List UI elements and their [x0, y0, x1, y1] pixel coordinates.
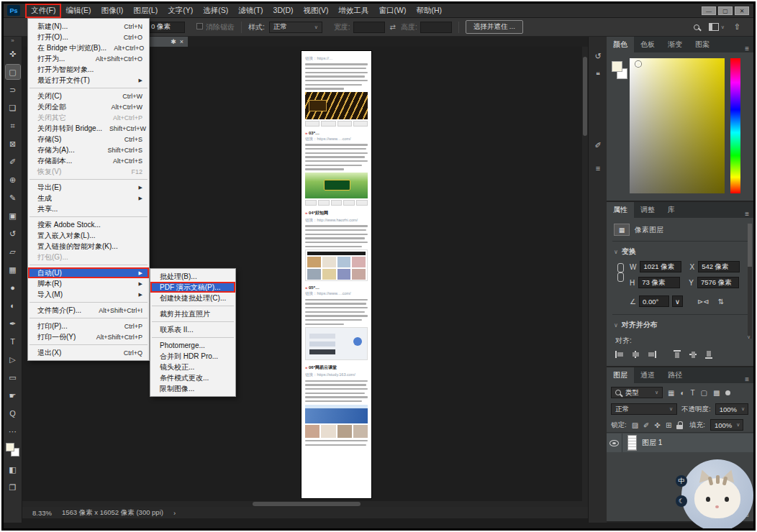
- tool-preset-icon[interactable]: ✐: [589, 141, 607, 150]
- height-input[interactable]: [420, 22, 452, 33]
- align-top-icon[interactable]: [673, 350, 682, 359]
- menu-item-导入(M)[interactable]: 导入(M)▶: [28, 289, 149, 300]
- quick-mask-button[interactable]: ◧: [6, 462, 20, 477]
- tab-颜色[interactable]: 颜色: [607, 37, 634, 52]
- menu-编辑(E)[interactable]: 编辑(E): [60, 4, 96, 17]
- fill-input[interactable]: 100%∨: [710, 419, 743, 431]
- collapse-section-icon[interactable]: ∨: [614, 322, 618, 329]
- maximize-button[interactable]: ▢: [718, 6, 733, 15]
- tab-调整[interactable]: 调整: [634, 202, 661, 218]
- panel-list-icon[interactable]: ≡: [589, 164, 607, 173]
- menu-item-退出(X)[interactable]: 退出(X)Ctrl+Q: [28, 347, 149, 358]
- comment-icon[interactable]: ❝: [589, 70, 607, 80]
- visibility-toggle[interactable]: [607, 434, 622, 452]
- clone-stamp-tool[interactable]: ▣: [6, 208, 20, 223]
- hand-tool[interactable]: ☛: [6, 388, 20, 403]
- tab-渐变[interactable]: 渐变: [661, 37, 689, 52]
- color-field[interactable]: [630, 58, 725, 193]
- menu-选择(S)[interactable]: 选择(S): [198, 4, 233, 17]
- tab-色板[interactable]: 色板: [634, 37, 661, 52]
- rotation-input[interactable]: 0.00°: [639, 295, 669, 307]
- select-and-mask-button[interactable]: 选择并遮住 ...: [466, 20, 523, 34]
- move-tool[interactable]: ✜: [6, 47, 20, 61]
- layer-thumbnail[interactable]: [627, 435, 637, 451]
- filter-shape-icon[interactable]: ▢: [701, 389, 707, 397]
- dodge-tool[interactable]: ◐: [6, 298, 20, 313]
- tab-库[interactable]: 库: [661, 202, 681, 218]
- lock-pixels-icon[interactable]: ✐: [643, 421, 649, 429]
- swap-dimensions-icon[interactable]: ⇄: [390, 23, 396, 31]
- menu-item-联系表 II...[interactable]: 联系表 II...: [150, 324, 235, 335]
- collapse-tools-icon[interactable]: »: [11, 37, 14, 45]
- menu-帮助(H)[interactable]: 帮助(H): [412, 4, 448, 17]
- menu-item-合并到 HDR Pro...[interactable]: 合并到 HDR Pro...: [150, 351, 235, 362]
- gradient-tool[interactable]: ▦: [6, 262, 20, 277]
- chevron-down-icon[interactable]: ∨: [672, 295, 683, 307]
- panel-menu-icon[interactable]: ≡: [745, 45, 749, 52]
- menu-item-共享...[interactable]: 共享...: [28, 203, 149, 214]
- menu-item-关闭并转到 Bridge...[interactable]: 关闭并转到 Bridge...Shift+Ctrl+W: [28, 123, 149, 134]
- spot-healing-brush-tool[interactable]: ⊕: [6, 173, 20, 187]
- menu-滤镜(T)[interactable]: 滤镜(T): [233, 4, 268, 17]
- menu-item-存储为(A)...[interactable]: 存储为(A)...Shift+Ctrl+S: [28, 145, 149, 155]
- link-dimensions-icon[interactable]: [616, 262, 625, 283]
- style-select[interactable]: 正常∨: [269, 22, 322, 33]
- menu-item-置入嵌入对象(L)...[interactable]: 置入嵌入对象(L)...: [28, 230, 149, 241]
- pen-tool[interactable]: ✒: [6, 316, 20, 331]
- menu-item-存储副本...[interactable]: 存储副本...Alt+Ctrl+S: [28, 155, 149, 166]
- layer-name[interactable]: 图层 1: [642, 438, 662, 448]
- status-expand-icon[interactable]: ›: [173, 509, 176, 517]
- menu-图层(L)[interactable]: 图层(L): [128, 4, 163, 17]
- tab-属性[interactable]: 属性: [607, 202, 634, 218]
- menu-视图(V)[interactable]: 视图(V): [299, 4, 334, 17]
- screen-mode-button[interactable]: ❐: [6, 480, 20, 495]
- align-center-v-icon[interactable]: [689, 350, 698, 359]
- more-tools[interactable]: ⋯: [6, 424, 20, 439]
- menu-item-关闭全部[interactable]: 关闭全部Alt+Ctrl+W: [28, 101, 149, 112]
- moon-icon[interactable]: ☾: [676, 495, 687, 507]
- panel-scrollbar[interactable]: [748, 224, 752, 339]
- menu-item-镜头校正...[interactable]: 镜头校正...: [150, 362, 235, 372]
- canvas-vertical-scrollbar[interactable]: [582, 47, 588, 501]
- language-badge[interactable]: 中: [676, 475, 687, 487]
- blend-mode-select[interactable]: 正常∨: [611, 403, 677, 415]
- collapse-section-icon[interactable]: ∨: [614, 249, 618, 255]
- menu-item-打印一份(Y)[interactable]: 打印一份(Y)Alt+Shift+Ctrl+P: [28, 331, 149, 342]
- menu-item-搜索 Adobe Stock...[interactable]: 搜索 Adobe Stock...: [28, 219, 149, 230]
- menu-增效工具[interactable]: 增效工具: [334, 4, 374, 17]
- blur-tool[interactable]: ●: [6, 280, 20, 295]
- zoom-level[interactable]: 8.33%: [32, 509, 52, 517]
- color-marker-icon[interactable]: [635, 61, 641, 67]
- frame-tool[interactable]: ⊠: [6, 137, 20, 151]
- close-tab-icon[interactable]: ×: [180, 38, 183, 45]
- align-bottom-icon[interactable]: [704, 350, 714, 359]
- path-selection-tool[interactable]: ▷: [6, 352, 20, 367]
- document-canvas[interactable]: 链接：https://…» 03*…链接：https://www.…com/» …: [302, 51, 371, 498]
- lock-transparent-icon[interactable]: ▨: [632, 421, 638, 429]
- menu-item-新建(N)...[interactable]: 新建(N)...Ctrl+N: [28, 21, 149, 32]
- menu-item-打开(O)...[interactable]: 打开(O)...Ctrl+O: [28, 32, 149, 42]
- menu-item-脚本(R)[interactable]: 脚本(R)▶: [28, 278, 149, 289]
- align-right-icon[interactable]: [647, 350, 656, 359]
- align-center-h-icon[interactable]: [631, 350, 640, 359]
- menu-item-裁剪并拉直照片[interactable]: 裁剪并拉直照片: [150, 308, 235, 319]
- tab-图层[interactable]: 图层: [607, 367, 634, 383]
- layer-filter-select[interactable]: 类型 ∨: [611, 387, 663, 398]
- menu-item-条件模式更改...[interactable]: 条件模式更改...: [150, 372, 235, 383]
- rectangular-marquee-tool[interactable]: ▢: [6, 65, 20, 79]
- filter-adjustment-icon[interactable]: ◐: [680, 389, 684, 397]
- menu-图像(I)[interactable]: 图像(I): [96, 4, 128, 17]
- shape-tool[interactable]: ▭: [6, 370, 20, 385]
- menu-item-打印(P)...[interactable]: 打印(P)...Ctrl+P: [28, 321, 149, 331]
- scroll-down-icon[interactable]: ∨: [747, 334, 751, 340]
- filter-pixel-icon[interactable]: ▦: [668, 389, 674, 397]
- type-tool[interactable]: T: [6, 334, 20, 349]
- menu-item-PDF 演示文稿(P)...[interactable]: PDF 演示文稿(P)...: [150, 282, 235, 293]
- workspace-switcher[interactable]: ∨: [709, 23, 725, 31]
- transform-x-input[interactable]: 542 像素: [698, 261, 740, 272]
- menu-3D(D)[interactable]: 3D(D): [268, 4, 299, 17]
- filter-toggle-icon[interactable]: [725, 390, 730, 395]
- object-selection-tool[interactable]: ❏: [6, 101, 20, 115]
- menu-item-打开为智能对象...[interactable]: 打开为智能对象...: [28, 64, 149, 75]
- filter-type-icon[interactable]: T: [691, 389, 695, 397]
